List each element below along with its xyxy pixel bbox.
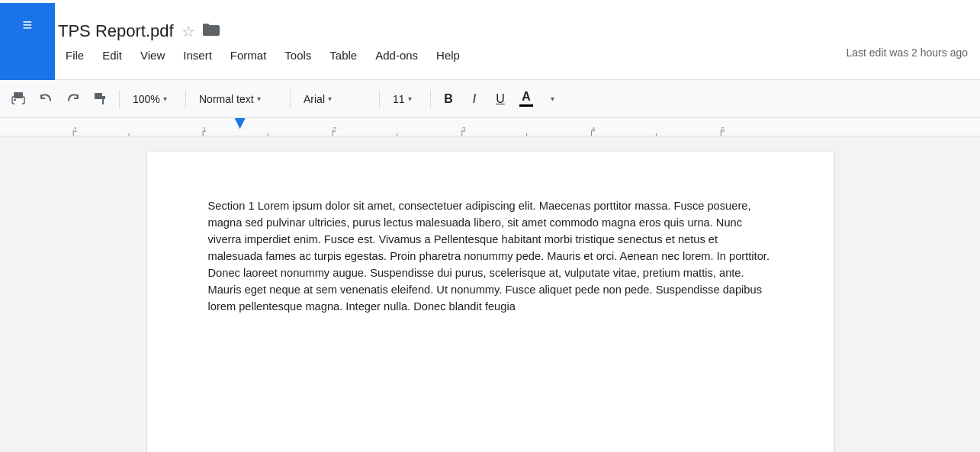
font-size-dropdown[interactable]: 11 ▾	[386, 87, 424, 111]
document-content[interactable]: Section 1 Lorem ipsum dolor sit amet, co…	[208, 197, 773, 315]
style-chevron-icon: ▾	[257, 95, 261, 103]
svg-text:1: 1	[73, 126, 77, 133]
ruler: 1 2 3 4 5 1	[0, 118, 980, 136]
zoom-value: 100%	[133, 93, 160, 105]
svg-text:2: 2	[333, 126, 336, 133]
zoom-dropdown[interactable]: 100% ▾	[126, 87, 179, 111]
svg-text:3: 3	[462, 126, 466, 133]
separator-2	[185, 90, 186, 108]
star-icon[interactable]: ☆	[182, 22, 195, 40]
toolbar: 100% ▾ Normal text ▾ Arial ▾ 11 ▾ B I U	[0, 80, 980, 118]
title-row: TPS Report.pdf ☆	[58, 21, 980, 46]
menu-edit[interactable]: Edit	[95, 46, 130, 65]
separator-3	[290, 90, 291, 108]
ruler-marks: 1 2 3 4 5 1	[55, 118, 980, 136]
color-dropdown-arrow[interactable]: ▾	[541, 87, 564, 111]
text-color-indicator: A	[519, 91, 533, 107]
separator-4	[379, 90, 380, 108]
undo-button[interactable]	[34, 87, 58, 111]
menu-insert[interactable]: Insert	[175, 46, 220, 65]
menu-bar: File Edit View Insert Format Tools Table…	[58, 46, 980, 65]
menu-tools[interactable]: Tools	[277, 46, 319, 65]
last-edit-status: Last edit was 2 hours ago	[846, 46, 980, 65]
svg-rect-2	[203, 24, 209, 27]
bold-button[interactable]: B	[437, 87, 460, 111]
paint-format-button[interactable]	[88, 87, 113, 111]
zoom-chevron-icon: ▾	[163, 95, 167, 103]
font-dropdown[interactable]: Arial ▾	[297, 87, 373, 111]
svg-rect-7	[95, 93, 102, 99]
separator-1	[119, 90, 120, 108]
print-button[interactable]	[6, 87, 31, 111]
text-color-button[interactable]: A	[515, 87, 538, 111]
color-letter: A	[522, 91, 531, 103]
title-and-menu: TPS Report.pdf ☆ File Edit View Insert F…	[55, 21, 980, 65]
color-underline-bar	[519, 104, 533, 107]
separator-5	[430, 90, 431, 108]
svg-rect-5	[14, 101, 22, 104]
sidebar-toggle-button[interactable]: ≡	[0, 3, 55, 83]
print-icon	[11, 91, 26, 107]
style-value: Normal text	[199, 93, 254, 105]
font-chevron-icon: ▾	[328, 95, 332, 103]
undo-icon	[38, 91, 53, 107]
style-dropdown[interactable]: Normal text ▾	[192, 87, 284, 111]
menu-file[interactable]: File	[58, 46, 92, 65]
menu-help[interactable]: Help	[429, 46, 468, 65]
menu-format[interactable]: Format	[223, 46, 275, 65]
svg-text:4: 4	[592, 126, 596, 133]
font-size-value: 11	[393, 93, 405, 105]
redo-button[interactable]	[61, 87, 85, 111]
redo-icon	[66, 91, 81, 107]
folder-icon[interactable]	[203, 22, 220, 40]
menu-addons[interactable]: Add-ons	[368, 46, 426, 65]
font-value: Arial	[304, 93, 325, 105]
document-title[interactable]: TPS Report.pdf	[58, 21, 174, 41]
svg-text:1: 1	[203, 126, 207, 133]
svg-rect-6	[14, 99, 16, 101]
document-area: Section 1 Lorem ipsum dolor sit amet, co…	[0, 136, 980, 452]
menu-table[interactable]: Table	[322, 46, 365, 65]
svg-rect-3	[14, 92, 23, 98]
svg-text:5: 5	[721, 126, 725, 133]
hamburger-icon: ≡	[23, 17, 33, 34]
paint-format-icon	[93, 91, 108, 107]
underline-button[interactable]: U	[489, 87, 512, 111]
document-page: Section 1 Lorem ipsum dolor sit amet, co…	[147, 152, 834, 452]
menu-view[interactable]: View	[133, 46, 172, 65]
ruler-inner: 1 2 3 4 5 1	[55, 118, 980, 136]
size-chevron-icon: ▾	[408, 95, 412, 103]
italic-button[interactable]: I	[463, 87, 486, 111]
color-chevron-icon: ▾	[551, 95, 554, 103]
title-bar: ≡ TPS Report.pdf ☆ File Edit View	[0, 0, 980, 80]
